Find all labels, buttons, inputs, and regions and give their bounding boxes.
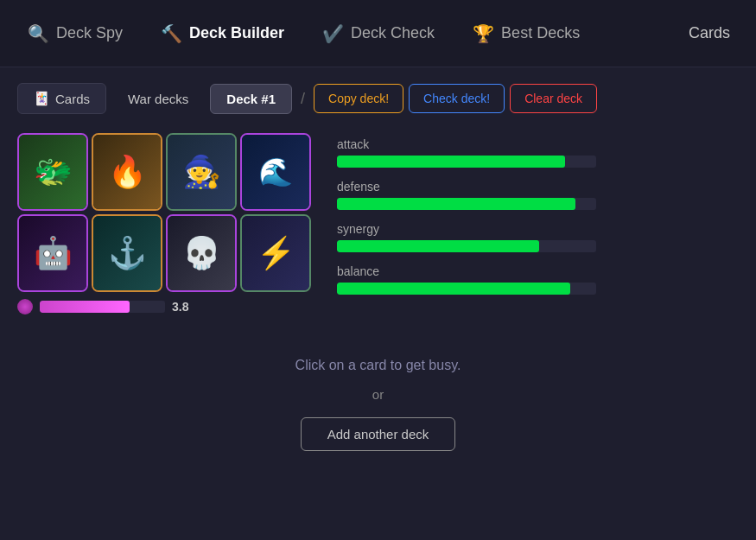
war-decks-tab-label: War decks: [128, 92, 188, 106]
cards-section: 🐲 🔥 🧙 🌊 🤖 ⚓ 💀: [17, 133, 311, 314]
attack-label: attack: [337, 137, 739, 151]
cards-grid: 🐲 🔥 🧙 🌊 🤖 ⚓ 💀: [17, 133, 311, 292]
or-text: or: [17, 387, 739, 402]
stat-attack: attack: [337, 137, 739, 168]
defense-bar-fill: [337, 198, 575, 210]
deck-area: 🐲 🔥 🧙 🌊 🤖 ⚓ 💀: [17, 133, 739, 314]
elixir-progress-bg: [40, 301, 165, 313]
card-pekka: 🤖: [19, 216, 86, 290]
copy-deck-label: Copy deck!: [328, 92, 389, 105]
elixir-bar: 3.8: [17, 299, 311, 314]
bottom-section: Click on a card to get busy. or Add anot…: [17, 358, 739, 451]
card-wizard: 🧙: [168, 135, 235, 209]
card-slot-2[interactable]: 🔥: [92, 133, 162, 211]
deck-builder-icon: 🔨: [161, 23, 182, 44]
defense-bar-bg: [337, 198, 596, 210]
cards-tab-label: Cards: [55, 92, 90, 106]
card-fireball: 🔥: [93, 135, 161, 209]
deck-check-icon: ✔️: [322, 23, 344, 44]
balance-bar-bg: [337, 283, 596, 295]
add-deck-label: Add another deck: [327, 427, 429, 442]
tab-cards[interactable]: 🃏 Cards: [17, 83, 106, 114]
attack-bar-fill: [337, 156, 565, 168]
card-miner: ⚓: [93, 216, 161, 290]
best-decks-icon: 🏆: [473, 23, 494, 44]
nav-deck-check[interactable]: ✔️ Deck Check: [303, 0, 454, 67]
tab-war-decks[interactable]: War decks: [111, 84, 205, 114]
card-slot-7[interactable]: 💀: [166, 214, 237, 292]
navbar: 🔍 Deck Spy 🔨 Deck Builder ✔️ Deck Check …: [0, 0, 756, 67]
nav-best-decks-label: Best Decks: [501, 24, 580, 42]
clear-deck-label: Clear deck: [524, 92, 582, 105]
breadcrumb-slash: /: [297, 90, 308, 108]
tab-bar: 🃏 Cards War decks Deck #1 / Copy deck! C…: [17, 83, 739, 114]
deck1-tab-label: Deck #1: [226, 92, 276, 106]
card-slot-3[interactable]: 🧙: [166, 133, 237, 211]
click-message: Click on a card to get busy.: [17, 358, 739, 373]
nav-deck-check-label: Deck Check: [351, 24, 435, 42]
add-another-deck-button[interactable]: Add another deck: [301, 417, 456, 451]
balance-bar-fill: [337, 283, 570, 295]
card-ghost: 🌊: [242, 135, 309, 209]
nav-deck-spy[interactable]: 🔍 Deck Spy: [9, 0, 142, 67]
deck-spy-icon: 🔍: [28, 23, 49, 44]
card-slot-4[interactable]: 🌊: [240, 133, 311, 211]
check-deck-label: Check deck!: [423, 92, 490, 105]
defense-label: defense: [337, 180, 739, 194]
card-slot-8[interactable]: ⚡: [240, 214, 311, 292]
card-dragon: 🐲: [19, 135, 86, 209]
card-slot-5[interactable]: 🤖: [17, 214, 88, 292]
card-slot-6[interactable]: ⚓: [92, 214, 162, 292]
card-lightning: ⚡: [242, 216, 309, 290]
elixir-icon: [17, 299, 33, 314]
check-deck-button[interactable]: Check deck!: [409, 84, 505, 113]
cards-tab-icon: 🃏: [34, 91, 50, 106]
stat-defense: defense: [337, 180, 739, 210]
copy-deck-button[interactable]: Copy deck!: [314, 84, 403, 113]
clear-deck-button[interactable]: Clear deck: [510, 84, 597, 113]
elixir-progress-fill: [40, 301, 130, 313]
nav-deck-spy-label: Deck Spy: [56, 24, 123, 42]
stats-section: attack defense synergy balance: [337, 133, 739, 295]
nav-deck-builder[interactable]: 🔨 Deck Builder: [142, 0, 303, 67]
synergy-bar-fill: [337, 240, 539, 252]
stat-synergy: synergy: [337, 222, 739, 252]
synergy-label: synergy: [337, 222, 739, 236]
card-slot-1[interactable]: 🐲: [17, 133, 88, 211]
main-content: 🃏 Cards War decks Deck #1 / Copy deck! C…: [0, 67, 756, 467]
synergy-bar-bg: [337, 240, 596, 252]
card-skeletons: 💀: [168, 216, 235, 290]
nav-cards[interactable]: Cards: [689, 24, 747, 42]
nav-best-decks[interactable]: 🏆 Best Decks: [454, 0, 599, 67]
stat-balance: balance: [337, 264, 739, 295]
balance-label: balance: [337, 264, 739, 278]
nav-deck-builder-label: Deck Builder: [189, 24, 284, 42]
tab-deck1[interactable]: Deck #1: [210, 84, 292, 114]
attack-bar-bg: [337, 156, 596, 168]
nav-cards-label: Cards: [689, 24, 730, 41]
elixir-value: 3.8: [172, 300, 188, 314]
